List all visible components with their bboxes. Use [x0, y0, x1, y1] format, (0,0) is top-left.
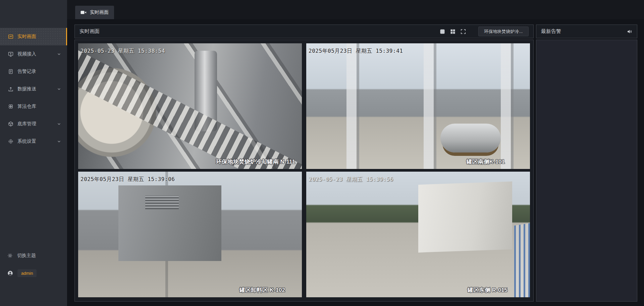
latest-alarms-header: 最新告警	[536, 25, 637, 38]
camera-select-dropdown[interactable]: 环保地块焚烧炉冷...	[478, 27, 529, 36]
live-view-icon	[8, 34, 13, 39]
video-access-icon	[8, 51, 13, 57]
sidebar-item-label: 系统设置	[17, 138, 36, 144]
camera-1-name: 环保地块焚烧炉冷却罐南 N-111	[216, 158, 295, 166]
sidebar-item-live-view[interactable]: 实时画面	[0, 28, 67, 45]
data-push-icon	[8, 86, 13, 92]
sidebar-item-data-push[interactable]: 数据推送	[0, 80, 67, 98]
alarm-panel-title: 最新告警	[541, 28, 561, 35]
user-avatar-icon	[7, 270, 13, 276]
tab-label: 实时画面	[90, 9, 109, 15]
live-view-panel-header: 实时画面 环保地块焚烧炉冷...	[74, 25, 534, 38]
sidebar-item-label: 算法仓库	[17, 103, 36, 110]
library-manage-icon	[8, 121, 13, 127]
chevron-down-icon	[57, 139, 61, 143]
sidebar-item-video-access[interactable]: 视频接入	[0, 45, 67, 63]
camera-3-timestamp: 2025年05月23日 星期五 15:39:06	[80, 176, 175, 183]
theme-toggle[interactable]: 切换主题	[0, 247, 67, 264]
sidebar: 实时画面 视频接入 告警记录	[0, 0, 67, 306]
camera-4-timestamp: 2025-05-23 星期五 15:39:56	[309, 176, 393, 183]
speaker-icon[interactable]	[627, 29, 632, 34]
video-grid: 2025-05-23 星期五 15:38:54 环保地块焚烧炉冷却罐南 N-11…	[74, 40, 534, 302]
sidebar-footer: 切换主题 admin	[0, 247, 67, 282]
alarm-records-icon	[8, 69, 13, 74]
sidebar-item-label: 告警记录	[17, 69, 36, 75]
camera-feed-4[interactable]: 2025-05-23 星期五 15:39:56 罐区东侧 R-015	[306, 172, 530, 297]
camera-feed-3[interactable]: 2025年05月23日 星期五 15:39:06 罐区卸料区 K-102	[78, 172, 302, 297]
sidebar-item-algorithm-store[interactable]: 算法仓库	[0, 98, 67, 115]
settings-gear-icon	[8, 139, 13, 144]
content-area: 实时画面 实时画面 环保地块焚烧炉冷...	[67, 0, 644, 306]
chevron-down-icon	[57, 122, 61, 126]
sidebar-item-label: 数据推送	[17, 86, 36, 92]
sidebar-item-system-settings[interactable]: 系统设置	[0, 133, 67, 150]
camera-3-name: 罐区卸料区 K-102	[239, 286, 285, 294]
fullscreen-button[interactable]	[460, 28, 467, 35]
chevron-down-icon	[57, 52, 61, 56]
latest-alarms-list	[536, 40, 637, 302]
theme-sun-icon	[7, 253, 13, 258]
sidebar-item-library-manage[interactable]: 底库管理	[0, 115, 67, 133]
chevron-down-icon	[57, 87, 61, 91]
sidebar-item-alarm-records[interactable]: 告警记录	[0, 63, 67, 80]
camera-feed-1[interactable]: 2025-05-23 星期五 15:38:54 环保地块焚烧炉冷却罐南 N-11…	[78, 43, 302, 169]
algorithm-store-icon	[8, 104, 13, 109]
theme-toggle-label: 切换主题	[17, 253, 36, 259]
sidebar-item-label: 实时画面	[17, 34, 36, 40]
sidebar-item-label: 底库管理	[17, 121, 36, 127]
sidebar-item-label: 视频接入	[17, 51, 36, 57]
camera-1-timestamp: 2025-05-23 星期五 15:38:54	[80, 48, 165, 55]
username-chip: admin	[17, 269, 37, 277]
camera-2-name: 罐区南侧K-101	[467, 158, 505, 166]
camera-select-value: 环保地块焚烧炉冷...	[484, 29, 523, 35]
video-camera-icon	[80, 10, 87, 15]
panel-title: 实时画面	[79, 28, 100, 35]
tab-live-view[interactable]: 实时画面	[75, 6, 114, 19]
grid-layout-button[interactable]	[449, 28, 457, 35]
tab-strip: 实时画面	[67, 0, 644, 19]
sidebar-menu: 实时画面 视频接入 告警记录	[0, 28, 67, 150]
user-account[interactable]: admin	[0, 264, 67, 282]
layout-toolbar	[439, 28, 467, 35]
single-layout-button[interactable]	[439, 28, 446, 35]
camera-feed-2[interactable]: 2025年05月23日 星期五 15:39:41 罐区南侧K-101	[306, 43, 530, 169]
camera-2-timestamp: 2025年05月23日 星期五 15:39:41	[309, 48, 403, 55]
camera-4-name: 罐区东侧 R-015	[468, 286, 507, 294]
